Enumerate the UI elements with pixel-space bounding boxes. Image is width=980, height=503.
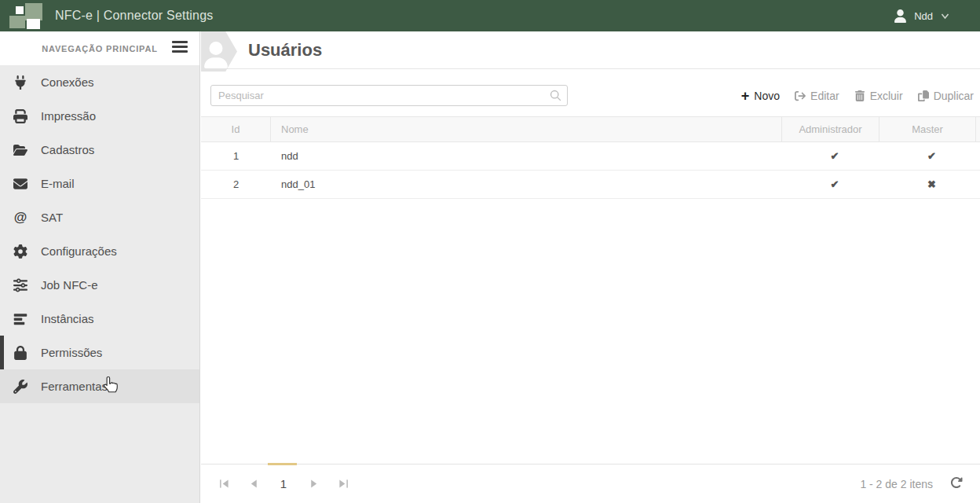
server-icon	[13, 312, 27, 326]
page-header: Usuários	[201, 31, 980, 69]
plus-icon: +	[741, 90, 750, 101]
sidebar-item-impressao[interactable]: Impressão	[0, 99, 199, 133]
sidebar-item-label: Ferramentas	[41, 380, 108, 393]
chevron-down-icon	[940, 11, 950, 21]
lock-icon	[13, 346, 27, 360]
column-header-filler	[976, 117, 980, 141]
sidebar-item-label: SAT	[41, 211, 63, 224]
sidebar-item-label: Impressão	[41, 109, 96, 123]
search-input[interactable]	[210, 85, 568, 106]
refresh-icon	[950, 476, 963, 489]
pager-info: 1 - 2 de 2 itens	[860, 478, 933, 490]
current-page-indicator	[268, 463, 297, 465]
table-header-row: Id Nome Administrador Master	[201, 116, 980, 142]
seek-last-icon	[338, 479, 349, 489]
action-row: + Novo Editar Excluir Duplicar	[201, 85, 980, 106]
column-header-administrador[interactable]: Administrador	[782, 117, 879, 141]
sidebar-header-label: NAVEGAÇÃO PRINCIPAL	[0, 31, 199, 65]
hamburger-menu-icon[interactable]	[172, 41, 188, 55]
duplicar-button-label: Duplicar	[934, 90, 974, 102]
at-icon: @	[13, 210, 27, 226]
user-name: Ndd	[914, 10, 933, 22]
previous-page-button[interactable]	[239, 474, 269, 494]
table-row[interactable]: 1 ndd ✔ ✔	[201, 142, 980, 171]
sidebar-item-email[interactable]: E-mail	[0, 167, 199, 200]
seek-first-icon	[219, 479, 229, 489]
refresh-button[interactable]	[950, 476, 963, 492]
sidebar-item-label: Cadastros	[41, 143, 94, 156]
sidebar-item-ferramentas[interactable]: Ferramentas	[0, 369, 199, 403]
search-box	[210, 85, 568, 106]
pager: 1 1 - 2 de 2 itens	[201, 464, 980, 503]
search-icon[interactable]	[549, 89, 562, 102]
sidebar-item-permissoes[interactable]: Permissões	[0, 336, 199, 369]
plug-icon	[13, 75, 27, 90]
novo-button-label: Novo	[754, 90, 780, 102]
sidebar-item-configuracoes[interactable]: Configurações	[0, 234, 199, 268]
next-page-button[interactable]	[298, 474, 328, 494]
duplicar-button[interactable]: Duplicar	[918, 90, 974, 102]
table-row[interactable]: 2 ndd_01 ✔ ✖	[201, 171, 980, 199]
sidebar-item-label: Permissões	[41, 346, 102, 359]
envelope-icon	[13, 177, 27, 191]
toolbar: + Novo Editar Excluir Duplicar	[741, 90, 974, 102]
sidebar-item-cadastros[interactable]: Cadastros	[0, 133, 199, 167]
sidebar-item-label: Instâncias	[41, 312, 94, 325]
cell-id: 2	[201, 171, 271, 198]
editar-button[interactable]: Editar	[795, 90, 839, 102]
cell-nome: ndd	[271, 142, 786, 170]
column-header-nome[interactable]: Nome	[271, 117, 782, 141]
cell-id: 1	[201, 142, 271, 170]
sidebar-item-conexoes[interactable]: Conexões	[0, 65, 199, 99]
wrench-icon	[13, 380, 27, 394]
gear-icon	[13, 244, 27, 259]
first-page-button[interactable]	[209, 474, 239, 494]
sidebar: NAVEGAÇÃO PRINCIPAL Conexões Impressão C…	[0, 31, 200, 503]
printer-icon	[13, 109, 27, 123]
topbar: NFC-e | Connector Settings Ndd	[0, 0, 980, 31]
check-icon: ✔	[831, 150, 839, 162]
excluir-button[interactable]: Excluir	[854, 90, 903, 102]
last-page-button[interactable]	[328, 474, 358, 494]
novo-button[interactable]: + Novo	[741, 90, 780, 102]
excluir-button-label: Excluir	[870, 90, 903, 102]
x-icon: ✖	[927, 178, 936, 190]
page-number-button[interactable]: 1	[269, 474, 298, 494]
page-number: 1	[280, 477, 287, 490]
sliders-icon	[13, 278, 27, 292]
column-header-master[interactable]: Master	[879, 117, 976, 141]
main-content: Usuários + Novo Editar Excluir D	[201, 31, 980, 503]
user-icon	[894, 9, 907, 23]
app-title: NFC-e | Connector Settings	[55, 9, 213, 23]
sidebar-item-job-nfce[interactable]: Job NFC-e	[0, 268, 199, 302]
user-menu[interactable]: Ndd	[894, 9, 980, 23]
edit-arrow-icon	[795, 90, 806, 101]
sidebar-item-instancias[interactable]: Instâncias	[0, 302, 199, 336]
sidebar-item-label: E-mail	[41, 177, 75, 190]
user-icon	[204, 42, 228, 68]
sidebar-item-label: Conexões	[41, 75, 94, 89]
app-logo	[8, 2, 46, 29]
page-title: Usuários	[248, 31, 322, 69]
trash-icon	[854, 90, 865, 101]
sidebar-header: NAVEGAÇÃO PRINCIPAL	[0, 31, 199, 65]
folder-open-icon	[13, 143, 27, 157]
previous-icon	[249, 479, 259, 489]
users-banner	[201, 31, 237, 72]
check-icon: ✔	[831, 178, 839, 190]
sidebar-item-label: Configurações	[41, 244, 117, 258]
check-icon: ✔	[927, 150, 936, 162]
copy-icon	[918, 90, 929, 101]
next-icon	[309, 479, 319, 489]
sidebar-item-sat[interactable]: @ SAT	[0, 200, 199, 234]
sidebar-item-label: Job NFC-e	[41, 278, 98, 292]
users-table: Id Nome Administrador Master 1 ndd ✔ ✔ 2…	[201, 116, 980, 199]
editar-button-label: Editar	[810, 90, 839, 102]
column-header-id[interactable]: Id	[201, 117, 271, 141]
cell-nome: ndd_01	[271, 171, 786, 198]
